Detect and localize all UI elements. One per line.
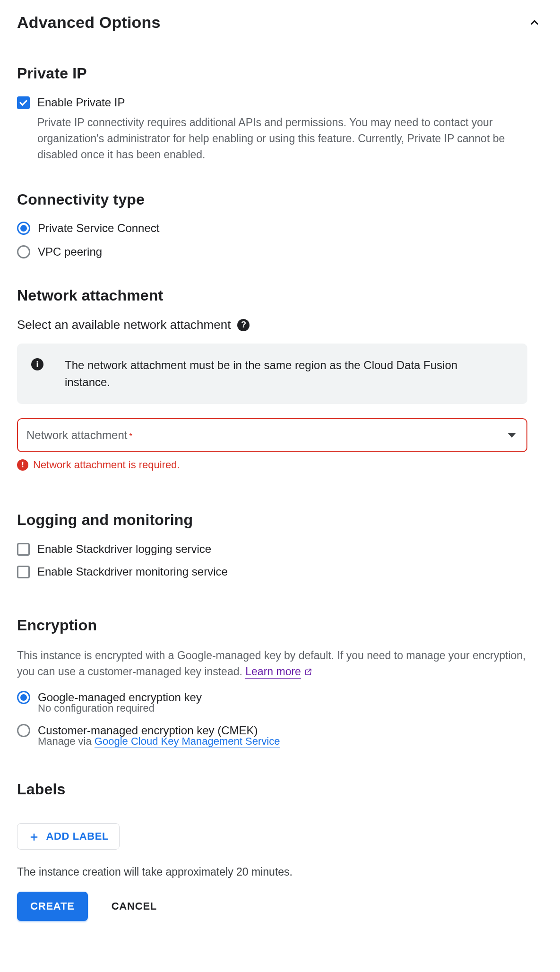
- network-attachment-select[interactable]: Network attachment*: [17, 418, 527, 452]
- connectivity-psc-radio[interactable]: [17, 222, 30, 235]
- connectivity-vpc-label: VPC peering: [38, 245, 102, 258]
- kms-link[interactable]: Google Cloud Key Management Service: [95, 735, 280, 748]
- encryption-section: Encryption This instance is encrypted wi…: [17, 617, 542, 748]
- create-button[interactable]: CREATE: [17, 892, 88, 921]
- encryption-learn-more-link[interactable]: Learn more: [245, 665, 301, 679]
- cmek-sub-prefix: Manage via: [38, 735, 95, 747]
- external-link-icon: [304, 664, 312, 680]
- connectivity-vpc-radio[interactable]: [17, 245, 30, 258]
- network-attachment-error: Network attachment is required.: [33, 459, 180, 471]
- private-ip-description: Private IP connectivity requires additio…: [37, 114, 538, 163]
- network-attachment-section: Network attachment Select an available n…: [17, 287, 542, 471]
- private-ip-title: Private IP: [17, 65, 542, 82]
- google-managed-key-radio[interactable]: [17, 691, 30, 704]
- error-icon: !: [17, 459, 28, 471]
- help-icon[interactable]: ?: [237, 319, 250, 331]
- network-attachment-caption: Select an available network attachment: [17, 318, 231, 332]
- logging-title: Logging and monitoring: [17, 511, 542, 529]
- connectivity-psc-label: Private Service Connect: [38, 222, 159, 235]
- network-attachment-info-text: The network attachment must be in the sa…: [65, 357, 481, 391]
- network-attachment-placeholder: Network attachment: [26, 429, 127, 441]
- private-ip-section: Private IP Enable Private IP Private IP …: [17, 65, 542, 163]
- stackdriver-monitoring-label: Enable Stackdriver monitoring service: [37, 565, 228, 579]
- collapse-icon[interactable]: [527, 16, 542, 30]
- creation-time-note: The instance creation will take approxim…: [17, 866, 542, 878]
- connectivity-type-section: Connectivity type Private Service Connec…: [17, 191, 542, 258]
- logging-section: Logging and monitoring Enable Stackdrive…: [17, 511, 542, 579]
- encryption-title: Encryption: [17, 617, 542, 634]
- network-attachment-title: Network attachment: [17, 287, 542, 304]
- connectivity-title: Connectivity type: [17, 191, 542, 208]
- labels-section: Labels ＋ ADD LABEL: [17, 781, 542, 850]
- cancel-button[interactable]: CANCEL: [109, 900, 160, 913]
- enable-private-ip-label: Enable Private IP: [37, 95, 125, 110]
- add-label-text: ADD LABEL: [46, 830, 109, 843]
- advanced-options-title: Advanced Options: [17, 13, 161, 32]
- plus-icon: ＋: [28, 832, 41, 841]
- footer: The instance creation will take approxim…: [17, 866, 542, 921]
- stackdriver-monitoring-checkbox[interactable]: [17, 566, 30, 578]
- network-attachment-info-banner: i The network attachment must be in the …: [17, 344, 527, 404]
- cmek-radio[interactable]: [17, 724, 30, 737]
- info-icon: i: [31, 358, 43, 370]
- stackdriver-logging-label: Enable Stackdriver logging service: [37, 542, 211, 556]
- google-managed-key-sub: No configuration required: [38, 702, 542, 714]
- required-marker: *: [129, 432, 132, 440]
- enable-private-ip-checkbox[interactable]: [17, 96, 30, 109]
- labels-title: Labels: [17, 781, 542, 798]
- chevron-down-icon: [508, 433, 516, 438]
- stackdriver-logging-checkbox[interactable]: [17, 543, 30, 556]
- add-label-button[interactable]: ＋ ADD LABEL: [17, 823, 120, 850]
